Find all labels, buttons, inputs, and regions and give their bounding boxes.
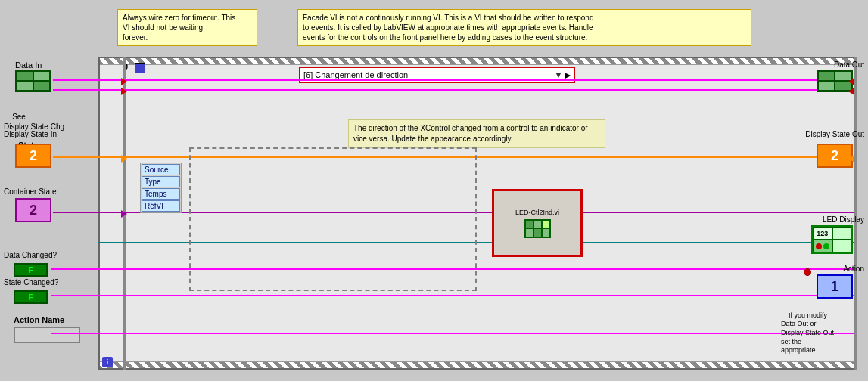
event-selector-arrow[interactable]: ▼ bbox=[554, 70, 563, 80]
display-state-in-node[interactable]: 2 bbox=[15, 144, 51, 168]
display-state-out-label: Display State Out bbox=[805, 130, 864, 138]
data-out-node[interactable] bbox=[817, 70, 853, 92]
main-canvas: Always wire zero for timeout. This VI sh… bbox=[0, 0, 868, 381]
led-green-dot bbox=[823, 243, 829, 249]
led-display-label: LED Display bbox=[823, 215, 864, 224]
display-state-out-node[interactable]: 2 bbox=[817, 144, 853, 168]
wire-pink-h5 bbox=[51, 333, 854, 334]
container-state-label: Container State bbox=[4, 187, 57, 196]
action-name-input[interactable] bbox=[14, 327, 80, 343]
data-changed-label: Data Changed? bbox=[4, 251, 57, 259]
arrow-terminal-2 bbox=[121, 88, 127, 95]
vi-icon bbox=[524, 219, 551, 238]
arrow-terminal-4 bbox=[121, 210, 127, 218]
arrow-terminal-1 bbox=[121, 78, 127, 85]
action-label: Action bbox=[843, 265, 864, 273]
data-in-node[interactable] bbox=[15, 70, 51, 92]
led-display-node[interactable]: 123 bbox=[811, 225, 853, 254]
refvi-field[interactable]: RéfVI bbox=[142, 200, 180, 212]
wire-data-in-top bbox=[53, 79, 126, 81]
event-selector-right-arrow[interactable]: ▶ bbox=[565, 70, 571, 80]
arrow-out-2 bbox=[848, 88, 854, 95]
info-icon[interactable]: i bbox=[102, 357, 113, 367]
vi-box[interactable]: LED-Ctl2Ind.vi bbox=[492, 189, 583, 257]
container-state-node[interactable]: 2 bbox=[15, 198, 51, 222]
dashed-event-frame bbox=[189, 147, 477, 291]
action-node[interactable]: 1 bbox=[817, 274, 853, 299]
type-field[interactable]: Type bbox=[142, 176, 180, 187]
arrow-terminal-3 bbox=[121, 155, 127, 163]
timeout-terminal[interactable] bbox=[135, 63, 145, 73]
wire-pink-h2 bbox=[53, 89, 854, 91]
wire-pink-h4 bbox=[51, 295, 854, 296]
stripe-bottom bbox=[98, 362, 857, 370]
direction-comment: The direction of the XControl changed fr… bbox=[348, 119, 605, 148]
data-in-label: Data In bbox=[15, 60, 42, 70]
stop-indicator bbox=[804, 268, 811, 276]
led-red-dot bbox=[816, 243, 822, 249]
state-changed-label: State Changed? bbox=[4, 278, 58, 287]
stripe-top bbox=[98, 57, 857, 64]
data-out-label: Data Out bbox=[834, 60, 864, 69]
vi-label: LED-Ctl2Ind.vi bbox=[515, 209, 559, 216]
state-changed-bool[interactable]: F bbox=[14, 290, 48, 304]
modify-note: If you modify Data Out or Display State … bbox=[781, 302, 864, 364]
action-name-label: Action Name bbox=[14, 315, 64, 324]
temps-field[interactable]: Temps bbox=[142, 188, 180, 200]
arrow-out-1 bbox=[848, 78, 854, 85]
display-state-in-label: Display State In bbox=[4, 130, 57, 138]
facade-comment: Facade VI is not a continously running V… bbox=[297, 9, 751, 46]
event-fields-panel: Source Type Temps RéfVI bbox=[140, 163, 182, 213]
wire-pink-h1 bbox=[126, 79, 854, 81]
data-changed-bool[interactable]: F bbox=[14, 263, 48, 277]
timeout-comment: Always wire zero for timeout. This VI sh… bbox=[117, 9, 257, 46]
source-field[interactable]: Source bbox=[142, 164, 180, 175]
arrow-out-3 bbox=[848, 155, 854, 163]
